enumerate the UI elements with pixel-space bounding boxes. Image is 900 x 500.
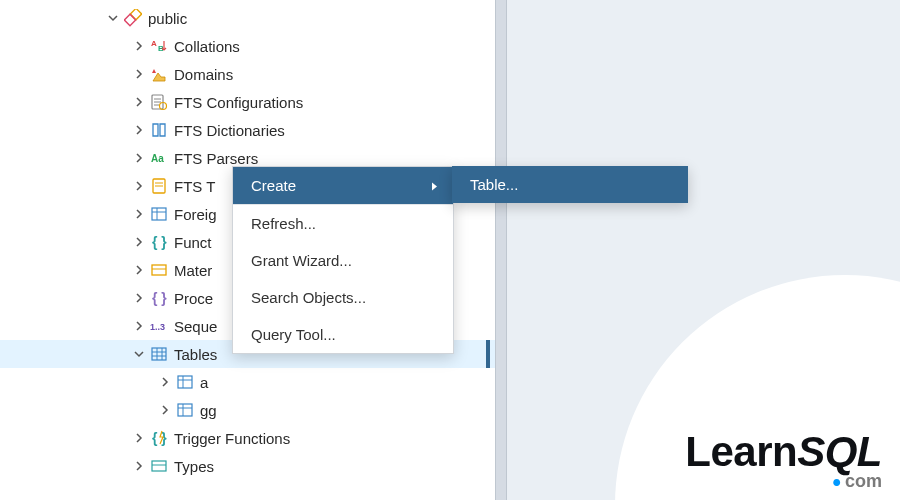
chevron-right-icon (132, 125, 146, 135)
chevron-right-icon (132, 209, 146, 219)
context-menu-create[interactable]: Create (233, 167, 453, 204)
chevron-right-icon (132, 433, 146, 443)
menu-label: Search Objects... (251, 289, 366, 306)
tree-label: Proce (174, 290, 213, 307)
chevron-right-icon (132, 153, 146, 163)
chevron-right-icon (132, 97, 146, 107)
submenu-table[interactable]: Table... (452, 166, 688, 203)
chevron-right-icon (132, 293, 146, 303)
svg-rect-15 (178, 404, 192, 416)
brand-suffix-line: •com (833, 471, 882, 492)
fts-template-icon (150, 177, 168, 195)
tree-item-domains[interactable]: Domains (0, 60, 495, 88)
svg-text:Aa: Aa (151, 153, 164, 164)
svg-rect-0 (130, 9, 141, 20)
tree-item-trigger-functions[interactable]: { } Trigger Functions (0, 424, 495, 452)
svg-rect-17 (152, 461, 166, 471)
panel-divider[interactable] (495, 0, 507, 500)
chevron-right-icon (132, 69, 146, 79)
tree-label: Funct (174, 234, 212, 251)
svg-rect-1 (124, 14, 135, 25)
svg-rect-8 (152, 208, 166, 220)
tree-label: gg (200, 402, 217, 419)
brand-wordmark: LearnSQL (685, 431, 882, 473)
selection-caret (486, 340, 490, 368)
brand-dot-icon: • (833, 468, 841, 495)
context-menu-search-objects[interactable]: Search Objects... (233, 279, 453, 316)
tree-item-fts-dictionaries[interactable]: FTS Dictionaries (0, 116, 495, 144)
tree-label: Tables (174, 346, 217, 363)
foreign-table-icon (150, 205, 168, 223)
tree-label: Collations (174, 38, 240, 55)
sequences-icon: 1..3 (150, 317, 168, 335)
object-tree-panel: public AB Collations Domains FTS Configu… (0, 0, 495, 500)
chevron-right-icon (132, 181, 146, 191)
context-menu: Create Refresh... Grant Wizard... Search… (232, 166, 454, 354)
menu-label: Refresh... (251, 215, 316, 232)
svg-text:1..3: 1..3 (150, 322, 165, 332)
types-icon (150, 457, 168, 475)
menu-label: Grant Wizard... (251, 252, 352, 269)
collations-icon: AB (150, 37, 168, 55)
chevron-right-icon (132, 265, 146, 275)
chevron-down-icon (132, 349, 146, 359)
tree-schema-public[interactable]: public (0, 4, 495, 32)
svg-rect-14 (178, 376, 192, 388)
tree-label: Seque (174, 318, 217, 335)
context-menu-query-tool[interactable]: Query Tool... (233, 316, 453, 353)
chevron-right-icon (132, 41, 146, 51)
tree-item-types[interactable]: Types (0, 452, 495, 480)
fts-config-icon (150, 93, 168, 111)
domains-icon (150, 65, 168, 83)
context-menu-grant-wizard[interactable]: Grant Wizard... (233, 242, 453, 279)
tree-label: FTS Dictionaries (174, 122, 285, 139)
tree-label: Foreig (174, 206, 217, 223)
chevron-right-icon (158, 377, 172, 387)
tree-label: Types (174, 458, 214, 475)
fts-parser-icon: Aa (150, 149, 168, 167)
tables-icon (150, 345, 168, 363)
tree-label: Mater (174, 262, 212, 279)
tree-label: FTS Configurations (174, 94, 303, 111)
brand-prefix: Learn (685, 428, 797, 475)
chevron-right-icon (132, 321, 146, 331)
trigger-functions-icon: { } (150, 429, 168, 447)
brand-com: com (845, 471, 882, 491)
tree-item-collations[interactable]: AB Collations (0, 32, 495, 60)
procedures-icon: { } (150, 289, 168, 307)
svg-text:A: A (151, 39, 157, 48)
mview-icon (150, 261, 168, 279)
svg-text:{ }: { } (152, 290, 167, 306)
svg-rect-13 (152, 348, 166, 360)
tree-label: Domains (174, 66, 233, 83)
tree-label: a (200, 374, 208, 391)
schema-icon (124, 9, 142, 27)
chevron-right-icon (132, 237, 146, 247)
svg-rect-10 (152, 265, 166, 275)
svg-text:{ }: { } (152, 234, 167, 250)
context-submenu-create: Table... (452, 166, 688, 203)
context-menu-refresh[interactable]: Refresh... (233, 205, 453, 242)
fts-dictionary-icon (150, 121, 168, 139)
tree-table-gg[interactable]: gg (0, 396, 495, 424)
chevron-right-icon (132, 461, 146, 471)
tree-label: public (148, 10, 187, 27)
chevron-down-icon (106, 13, 120, 23)
table-icon (176, 401, 194, 419)
brand-logo: LearnSQL •com (685, 431, 882, 492)
functions-icon: { } (150, 233, 168, 251)
menu-label: Table... (470, 176, 518, 193)
menu-label: Query Tool... (251, 326, 336, 343)
tree-item-fts-configurations[interactable]: FTS Configurations (0, 88, 495, 116)
chevron-right-icon (431, 177, 439, 194)
table-icon (176, 373, 194, 391)
chevron-right-icon (158, 405, 172, 415)
menu-label: Create (251, 177, 296, 194)
tree-label: FTS T (174, 178, 215, 195)
tree-label: Trigger Functions (174, 430, 290, 447)
tree-label: FTS Parsers (174, 150, 258, 167)
tree-table-a[interactable]: a (0, 368, 495, 396)
